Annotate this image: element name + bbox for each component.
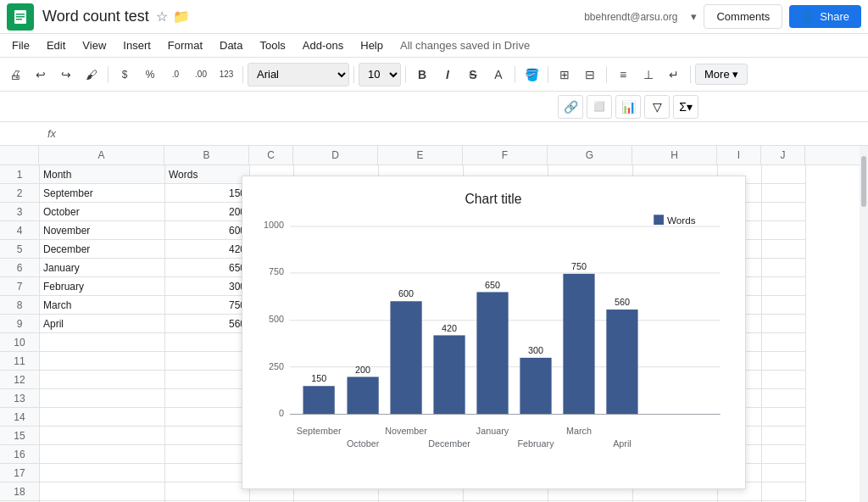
cell-14-1[interactable] <box>165 408 250 427</box>
cell-10-9[interactable] <box>762 333 806 352</box>
sigma-button[interactable]: Σ▾ <box>673 95 698 119</box>
cell-4-0[interactable]: November <box>40 221 165 240</box>
cell-5-1[interactable]: 420 <box>165 240 250 259</box>
cell-6-1[interactable]: 650 <box>165 259 250 277</box>
cell-8-1[interactable]: 750 <box>165 296 250 315</box>
vertical-scrollbar[interactable] <box>860 146 868 502</box>
font-family-select[interactable]: Arial <box>248 63 349 86</box>
redo-button[interactable]: ↪ <box>54 63 78 86</box>
menu-tools[interactable]: Tools <box>251 37 293 53</box>
cell-4-1[interactable]: 600 <box>165 221 250 240</box>
cell-15-0[interactable] <box>40 427 165 445</box>
cell-7-0[interactable]: February <box>40 277 165 296</box>
cell-16-0[interactable] <box>40 445 165 464</box>
fill-color-button[interactable]: 🪣 <box>520 63 543 86</box>
cell-4-9[interactable] <box>762 221 806 240</box>
cell-10-1[interactable] <box>165 333 250 352</box>
cell-18-9[interactable] <box>762 482 806 501</box>
formula-input[interactable] <box>64 127 863 140</box>
bold-button[interactable]: B <box>410 63 434 86</box>
cell-13-1[interactable] <box>165 389 250 408</box>
menu-format[interactable]: Format <box>159 37 211 53</box>
cell-1-9[interactable] <box>762 165 806 184</box>
cell-9-0[interactable]: April <box>40 315 165 333</box>
cell-12-9[interactable] <box>762 371 806 389</box>
cell-10-0[interactable] <box>40 333 165 352</box>
align-button[interactable]: ≡ <box>611 63 635 86</box>
paint-format-button[interactable]: 🖌 <box>80 63 103 86</box>
cell-6-9[interactable] <box>762 259 806 277</box>
cell-14-9[interactable] <box>762 408 806 427</box>
cell-6-0[interactable]: January <box>40 259 165 277</box>
cell-2-1[interactable]: 150 <box>165 184 250 203</box>
number-format-button[interactable]: 123 <box>214 63 238 86</box>
cell-15-1[interactable] <box>165 427 250 445</box>
cell-2-9[interactable] <box>762 184 806 203</box>
scroll-thumb[interactable] <box>861 156 866 207</box>
link-chart-button[interactable]: 🔗 <box>558 95 583 119</box>
menu-insert[interactable]: Insert <box>114 37 159 53</box>
cell-13-9[interactable] <box>762 389 806 408</box>
cell-3-1[interactable]: 200 <box>165 203 250 221</box>
cell-1-0[interactable]: Month <box>40 165 165 184</box>
percent-button[interactable]: % <box>138 63 162 86</box>
cell-9-9[interactable] <box>762 315 806 333</box>
menu-addons[interactable]: Add-ons <box>294 37 352 53</box>
cell-12-0[interactable] <box>40 371 165 389</box>
merge-button[interactable]: ⊟ <box>578 63 602 86</box>
cell-18-0[interactable] <box>40 482 165 501</box>
cell-13-0[interactable] <box>40 389 165 408</box>
share-button[interactable]: 👤 Share <box>789 5 861 28</box>
cell-16-1[interactable] <box>165 445 250 464</box>
alt-text-button[interactable]: ⬜ <box>587 95 612 119</box>
undo-button[interactable]: ↩ <box>29 63 53 86</box>
cell-15-9[interactable] <box>762 427 806 445</box>
wrap-button[interactable]: ↵ <box>662 63 686 86</box>
cell-14-0[interactable] <box>40 408 165 427</box>
cell-7-9[interactable] <box>762 277 806 296</box>
cell-12-1[interactable] <box>165 371 250 389</box>
currency-button[interactable]: $ <box>113 63 136 86</box>
cell-18-1[interactable] <box>165 482 250 501</box>
borders-button[interactable]: ⊞ <box>553 63 576 86</box>
cell-1-1[interactable]: Words <box>165 165 250 184</box>
print-button[interactable]: 🖨 <box>3 63 27 86</box>
cell-17-0[interactable] <box>40 464 165 482</box>
cell-5-9[interactable] <box>762 240 806 259</box>
cell-7-1[interactable]: 300 <box>165 277 250 296</box>
cell-2-0[interactable]: September <box>40 184 165 203</box>
share-label: Share <box>820 10 849 23</box>
cell-5-0[interactable]: December <box>40 240 165 259</box>
menu-view[interactable]: View <box>74 37 114 53</box>
cell-9-1[interactable]: 560 <box>165 315 250 333</box>
menu-edit[interactable]: Edit <box>38 37 74 53</box>
decimal-dec-button[interactable]: .0 <box>164 63 187 86</box>
cell-17-9[interactable] <box>762 464 806 482</box>
decimal-inc-button[interactable]: .00 <box>189 63 213 86</box>
font-size-select[interactable]: 10 <box>359 63 401 86</box>
valign-button[interactable]: ⊥ <box>637 63 660 86</box>
chart-overlay[interactable]: Chart title Words 1000 750 500 250 0 <box>242 176 746 489</box>
cell-11-0[interactable] <box>40 352 165 371</box>
cell-11-9[interactable] <box>762 352 806 371</box>
star-icon[interactable]: ☆ <box>156 8 168 25</box>
cell-8-9[interactable] <box>762 296 806 315</box>
more-button[interactable]: More ▾ <box>695 64 748 85</box>
cell-8-0[interactable]: March <box>40 296 165 315</box>
cell-11-1[interactable] <box>165 352 250 371</box>
folder-icon[interactable]: 📁 <box>173 8 190 25</box>
cell-16-9[interactable] <box>762 445 806 464</box>
chart-type-button[interactable]: 📊 <box>615 95 641 119</box>
filter-button[interactable]: ▽ <box>644 95 670 119</box>
cell-3-9[interactable] <box>762 203 806 221</box>
user-dropdown-icon[interactable]: ▾ <box>691 10 697 23</box>
comments-button[interactable]: Comments <box>704 4 782 29</box>
menu-help[interactable]: Help <box>352 37 392 53</box>
text-color-button[interactable]: A <box>487 63 510 86</box>
menu-data[interactable]: Data <box>211 37 251 53</box>
cell-3-0[interactable]: October <box>40 203 165 221</box>
cell-17-1[interactable] <box>165 464 250 482</box>
menu-file[interactable]: File <box>3 37 38 53</box>
italic-button[interactable]: I <box>436 63 459 86</box>
strikethrough-button[interactable]: S <box>461 63 485 86</box>
